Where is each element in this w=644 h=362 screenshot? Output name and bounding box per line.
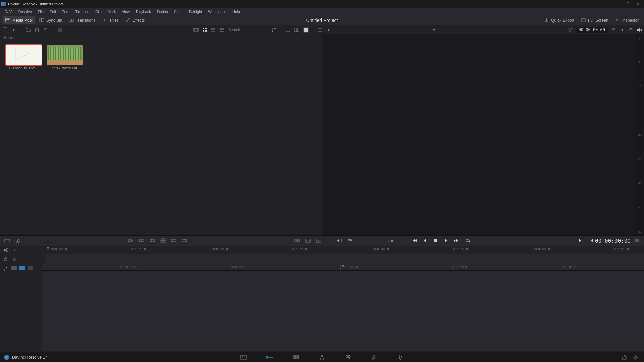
chevron-down-icon[interactable]: ▾ (326, 27, 332, 33)
full-screen-button[interactable]: Full Screen (578, 16, 611, 24)
media-pool-button[interactable]: Media Pool (3, 16, 35, 24)
snap-button[interactable] (11, 256, 17, 262)
cut-page-tab[interactable] (263, 352, 276, 362)
append-button[interactable] (127, 237, 135, 244)
jog-dot-icon[interactable]: ● (391, 238, 393, 243)
speaker-icon[interactable] (637, 27, 642, 33)
list-view-button[interactable] (210, 27, 216, 33)
folder-button[interactable] (25, 27, 31, 33)
last-frame-button[interactable] (453, 237, 461, 244)
ripple-button[interactable] (138, 237, 145, 244)
home-button[interactable] (621, 354, 627, 360)
timeline-tracks[interactable]: 01:00:01:00 01:00:02:00 01:00:03:00 01:0… (42, 264, 644, 351)
menu-mark[interactable]: Mark (105, 9, 118, 14)
edit-page-tab[interactable] (289, 352, 303, 362)
breadcrumb[interactable]: Master (0, 34, 322, 41)
color-page-tab[interactable] (341, 352, 355, 362)
subtitle-track-toggle[interactable] (28, 266, 33, 270)
quick-export-button[interactable]: Quick Export (541, 16, 577, 24)
picture-button[interactable] (304, 237, 312, 244)
bypass-button[interactable] (567, 27, 573, 33)
timeline-mode-b-button[interactable] (11, 247, 17, 253)
adjust-button[interactable] (346, 237, 354, 244)
tool-button[interactable] (57, 27, 63, 33)
inspector-button[interactable]: Inspector (612, 16, 641, 24)
menu-playback[interactable]: Playback (133, 9, 154, 14)
play-button[interactable] (442, 237, 450, 244)
effects-button[interactable]: Effects (123, 16, 147, 24)
fast-review-button[interactable] (336, 237, 343, 244)
sort-button[interactable] (271, 27, 277, 33)
settings-button[interactable] (633, 354, 639, 360)
options-button[interactable] (633, 237, 641, 244)
video-track-toggle[interactable] (11, 266, 17, 270)
dropdown-icon[interactable]: ▾ (11, 27, 17, 33)
picture2-button[interactable] (315, 237, 322, 244)
search-input[interactable] (228, 27, 268, 33)
clip-select-button[interactable] (317, 27, 323, 33)
timecode-options-button[interactable] (610, 27, 616, 33)
menu-clip[interactable]: Clip (93, 9, 104, 14)
source-overwrite-button[interactable] (170, 237, 177, 244)
clip-preview[interactable] (6, 45, 42, 65)
menu-davinci-resolve[interactable]: DaVinci Resolve (2, 9, 35, 14)
close-up-button[interactable] (149, 237, 156, 244)
import-media-button[interactable] (2, 27, 8, 33)
view-mode-1-button[interactable] (285, 27, 291, 33)
menu-file[interactable]: File (35, 9, 47, 14)
filmstrip-view-button[interactable] (193, 27, 199, 33)
view-mode-2-button[interactable] (294, 27, 300, 33)
view-mode-3-button[interactable] (303, 27, 309, 33)
playhead-upper[interactable] (46, 247, 50, 250)
refresh-button[interactable] (43, 27, 49, 33)
loop-button[interactable] (628, 27, 634, 33)
maximize-button[interactable]: ☐ (626, 2, 630, 6)
grid-view-button[interactable] (202, 27, 208, 33)
clip-thumbnail[interactable]: Feels - Patrick Pat... (46, 45, 83, 70)
minimize-button[interactable]: ─ (616, 2, 620, 6)
prev-clip-icon[interactable]: ‹ (387, 239, 389, 243)
menu-view[interactable]: View (119, 9, 132, 14)
loop-button[interactable] (464, 237, 471, 244)
menu-fusion[interactable]: Fusion (154, 9, 171, 14)
insert-button[interactable] (181, 237, 188, 244)
lock-all-button[interactable] (3, 256, 9, 262)
prev-edit-button[interactable] (588, 237, 595, 244)
menu-workspace[interactable]: Workspace (205, 9, 229, 14)
clip-thumbnail[interactable]: CD oder DVD bre... (5, 45, 42, 70)
place-on-top-button[interactable] (159, 237, 167, 244)
transitions-button[interactable]: Transitions (66, 16, 98, 24)
menu-timeline[interactable]: Timeline (73, 9, 92, 14)
menu-color[interactable]: Color (171, 9, 185, 14)
bin-button[interactable] (34, 27, 40, 33)
playhead-lower[interactable] (343, 264, 343, 351)
ruler-track-upper[interactable]: 01:00:00:00 01:00:10:00 01:00:20:00 01:0… (46, 246, 644, 254)
close-button[interactable]: ✕ (636, 2, 640, 6)
prev-frame-button[interactable] (421, 237, 428, 244)
menu-help[interactable]: Help (230, 9, 243, 14)
sync-bin-button[interactable]: Sync Bin (37, 16, 65, 24)
titles-button[interactable]: T Titles (100, 16, 121, 24)
blade-tool-button[interactable] (14, 237, 21, 244)
detail-view-button[interactable] (219, 27, 225, 33)
next-edit-button[interactable] (577, 237, 584, 244)
audio-track-toggle[interactable] (19, 266, 25, 270)
smart-insert-button[interactable] (3, 237, 11, 244)
first-frame-button[interactable] (410, 237, 418, 244)
transition-button[interactable] (293, 237, 301, 244)
fusion-page-tab[interactable] (315, 352, 329, 362)
timecode-display[interactable]: 00:00:00:00 (576, 27, 608, 33)
timeline-mode-a-button[interactable]: A (3, 247, 9, 253)
deliver-page-tab[interactable] (394, 352, 407, 362)
media-page-tab[interactable] (237, 352, 250, 362)
track-edit-button[interactable] (3, 266, 9, 272)
menu-trim[interactable]: Trim (59, 9, 72, 14)
clip-preview[interactable] (47, 45, 83, 65)
next-clip-icon[interactable]: › (396, 239, 397, 243)
menu-fairlight[interactable]: Fairlight (186, 9, 205, 14)
chevron-down-icon[interactable]: ▾ (619, 27, 625, 33)
menu-edit[interactable]: Edit (47, 9, 59, 14)
timeline-timecode[interactable]: 00:00:00:00 (595, 238, 633, 244)
stop-button[interactable] (432, 237, 439, 244)
fairlight-page-tab[interactable] (368, 352, 381, 362)
